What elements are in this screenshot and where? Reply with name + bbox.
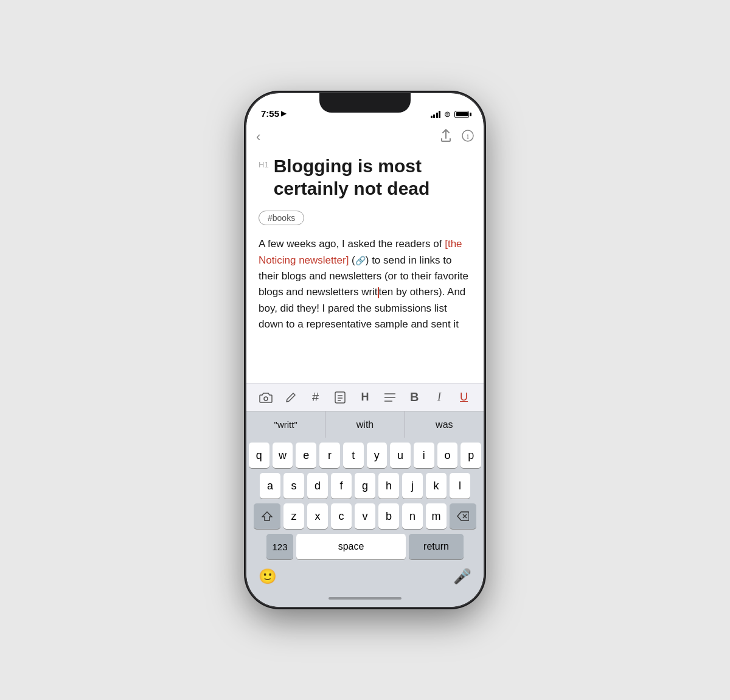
key-u[interactable]: u — [390, 443, 411, 468]
format-toolbar: # H B I U — [246, 383, 484, 411]
emoji-button[interactable]: 🙂 — [259, 568, 277, 585]
delete-key[interactable] — [450, 503, 476, 529]
phone-frame: 7:55 ▶ ⊜ ‹ — [246, 93, 484, 607]
location-arrow-icon: ▶ — [281, 110, 286, 117]
keyboard-bottom: 🙂 🎤 — [249, 564, 481, 587]
key-b[interactable]: b — [378, 503, 399, 529]
key-x[interactable]: x — [307, 503, 328, 529]
key-q[interactable]: q — [249, 443, 269, 468]
nav-bar: ‹ i — [246, 124, 484, 150]
status-icons: ⊜ — [431, 110, 470, 119]
key-d[interactable]: d — [307, 473, 328, 499]
autocorrect-option-3[interactable]: was — [405, 411, 484, 438]
keyboard-row-4: 123 space return — [249, 534, 481, 559]
nav-actions: i — [440, 129, 474, 145]
back-button[interactable]: ‹ — [256, 129, 276, 145]
svg-text:i: i — [467, 131, 469, 141]
text-cursor — [378, 287, 379, 298]
key-z[interactable]: z — [283, 503, 304, 529]
key-t[interactable]: t — [343, 443, 364, 468]
battery-icon — [454, 111, 469, 118]
signal-bars-icon — [431, 111, 441, 118]
key-n[interactable]: n — [402, 503, 423, 529]
content-area[interactable]: H1 Blogging is most certainly not dead #… — [246, 150, 484, 383]
align-toolbar-button[interactable] — [380, 387, 400, 408]
key-e[interactable]: e — [296, 443, 316, 468]
note-toolbar-button[interactable] — [330, 387, 350, 408]
key-h[interactable]: h — [378, 473, 399, 499]
keyboard: q w e r t y u i o p a s d f g h j k — [246, 438, 484, 590]
shift-key[interactable] — [254, 503, 280, 529]
key-v[interactable]: v — [355, 503, 375, 529]
time-display: 7:55 — [261, 108, 279, 119]
key-l[interactable]: l — [450, 473, 470, 499]
key-s[interactable]: s — [283, 473, 304, 499]
phone-screen: 7:55 ▶ ⊜ ‹ — [246, 93, 484, 607]
key-k[interactable]: k — [426, 473, 447, 499]
camera-toolbar-button[interactable] — [255, 387, 276, 408]
info-button[interactable]: i — [462, 130, 474, 145]
bold-toolbar-button[interactable]: B — [404, 387, 425, 408]
title-text: Blogging is most certainly not dead — [274, 155, 430, 200]
italic-toolbar-button[interactable]: I — [429, 387, 450, 408]
status-time: 7:55 ▶ — [261, 108, 286, 119]
svg-rect-3 — [335, 392, 345, 403]
key-f[interactable]: f — [331, 473, 352, 499]
wifi-icon: ⊜ — [444, 110, 451, 119]
tag-pill[interactable]: #books — [259, 211, 304, 225]
body-text-pre-link: A few weeks ago, I asked the readers of — [259, 238, 445, 250]
mic-button[interactable]: 🎤 — [453, 568, 471, 585]
key-p[interactable]: p — [461, 443, 481, 468]
key-a[interactable]: a — [260, 473, 280, 499]
underline-toolbar-button[interactable]: U — [454, 387, 474, 408]
autocorrect-option-2[interactable]: with — [325, 411, 405, 438]
hash-toolbar-button[interactable]: # — [305, 387, 326, 408]
key-g[interactable]: g — [355, 473, 375, 499]
key-r[interactable]: r — [319, 443, 340, 468]
home-bar — [328, 597, 401, 600]
pen-toolbar-button[interactable] — [280, 387, 301, 408]
article-title: H1 Blogging is most certainly not dead — [259, 155, 471, 200]
key-i[interactable]: i — [414, 443, 434, 468]
home-indicator — [246, 590, 484, 607]
key-m[interactable]: m — [426, 503, 447, 529]
article-body[interactable]: A few weeks ago, I asked the readers of … — [259, 236, 471, 332]
key-o[interactable]: o — [437, 443, 458, 468]
heading-toolbar-button[interactable]: H — [355, 387, 375, 408]
autocorrect-option-1[interactable]: "writt" — [246, 411, 325, 438]
share-button[interactable] — [440, 129, 452, 145]
nums-key[interactable]: 123 — [266, 534, 293, 559]
h1-indicator: H1 — [259, 160, 269, 170]
key-y[interactable]: y — [367, 443, 388, 468]
keyboard-row-2: a s d f g h j k l — [249, 473, 481, 499]
link-icon: 🔗 — [355, 256, 366, 265]
key-j[interactable]: j — [402, 473, 423, 499]
key-w[interactable]: w — [273, 443, 293, 468]
space-key[interactable]: space — [296, 534, 406, 559]
keyboard-row-1: q w e r t y u i o p — [249, 443, 481, 468]
key-c[interactable]: c — [331, 503, 352, 529]
return-key[interactable]: return — [409, 534, 464, 559]
autocorrect-bar: "writt" with was — [246, 411, 484, 438]
link-bracket-close: ] — [346, 254, 349, 266]
notch — [319, 93, 411, 113]
svg-point-2 — [264, 397, 268, 401]
keyboard-row-3: z x c v b n m — [249, 503, 481, 529]
